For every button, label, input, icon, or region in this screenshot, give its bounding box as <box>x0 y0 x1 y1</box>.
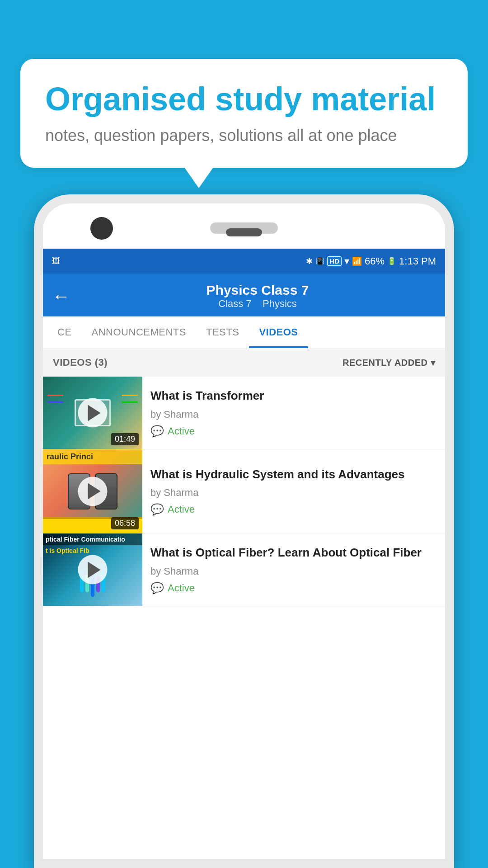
video-status-hydraulic: 💬 Active <box>150 503 437 516</box>
video-title-hydraulic: What is Hydraulic System and its Advanta… <box>150 467 437 482</box>
phone-home-button <box>226 228 262 236</box>
hd-badge: HD <box>327 256 342 266</box>
status-active-transformer: Active <box>168 425 195 437</box>
video-item-transformer[interactable]: 01:49 What is Transformer by Sharma 💬 Ac… <box>43 377 445 449</box>
video-item-optical[interactable]: ptical Fiber Communicatio t is Optical F… <box>43 533 445 606</box>
thumbnail-hydraulic: raulic Princi 06:58 <box>43 449 142 533</box>
video-info-transformer: What is Transformer by Sharma 💬 Active <box>142 377 445 449</box>
sort-dropdown[interactable]: RECENTLY ADDED ▾ <box>343 357 435 368</box>
video-author-transformer: by Sharma <box>150 409 437 420</box>
chat-icon-hydraulic: 💬 <box>150 503 164 516</box>
play-icon <box>88 405 100 421</box>
phone-camera <box>90 217 113 240</box>
tab-announcements[interactable]: ANNOUNCEMENTS <box>82 316 196 348</box>
status-left: 🖼 <box>52 256 60 266</box>
header-title: Physics Class 7 <box>79 283 436 298</box>
play-button-optical[interactable] <box>78 555 108 585</box>
video-author-hydraulic: by Sharma <box>150 487 437 499</box>
video-author-optical: by Sharma <box>150 566 437 577</box>
header-title-block: Physics Class 7 Class 7 Physics <box>79 283 436 310</box>
video-title-transformer: What is Transformer <box>150 388 437 404</box>
phone-inner: 🖼 ✱ 📳 HD ▾ 📶 66% 🔋 1:13 PM ← Physics Cla <box>43 203 445 859</box>
video-status-transformer: 💬 Active <box>150 425 437 438</box>
chat-icon: 💬 <box>150 425 164 438</box>
thumbnail-text-hydraulic: raulic Princi <box>43 449 142 464</box>
tab-ce[interactable]: CE <box>47 316 82 348</box>
video-info-optical: What is Optical Fiber? Learn About Optic… <box>142 533 445 606</box>
wifi-icon: ▾ <box>344 255 349 267</box>
video-status-optical: 💬 Active <box>150 582 437 594</box>
status-active-hydraulic: Active <box>168 504 195 515</box>
speech-bubble-title: Organised study material <box>45 81 443 117</box>
speech-bubble: Organised study material notes, question… <box>20 59 468 168</box>
thumbnail-transformer: 01:49 <box>43 377 142 449</box>
play-button-hydraulic[interactable] <box>78 476 108 506</box>
sort-label-text: RECENTLY ADDED <box>343 358 428 368</box>
video-duration-transformer: 01:49 <box>111 433 139 445</box>
clock: 1:13 PM <box>399 255 436 267</box>
vibrate-icon: 📳 <box>315 257 324 265</box>
app-header: ← Physics Class 7 Class 7 Physics <box>43 274 445 316</box>
play-icon <box>88 561 100 578</box>
battery-percent: 66% <box>365 255 385 267</box>
status-photo-icon: 🖼 <box>52 256 60 266</box>
thumbnail-optical: ptical Fiber Communicatio t is Optical F… <box>43 533 142 606</box>
status-right: ✱ 📳 HD ▾ 📶 66% 🔋 1:13 PM <box>306 255 436 267</box>
tab-bar: CE ANNOUNCEMENTS TESTS VIDEOS <box>43 316 445 349</box>
tab-tests[interactable]: TESTS <box>196 316 249 348</box>
tab-videos[interactable]: VIDEOS <box>249 316 308 348</box>
bluetooth-icon: ✱ <box>306 256 313 266</box>
video-item-hydraulic[interactable]: raulic Princi 06:58 What is <box>43 449 445 533</box>
thumbnail-text-optical-1: ptical Fiber Communicatio <box>43 533 142 545</box>
list-header: VIDEOS (3) RECENTLY ADDED ▾ <box>43 349 445 377</box>
phone-screen: 🖼 ✱ 📳 HD ▾ 📶 66% 🔋 1:13 PM ← Physics Cla <box>43 249 445 859</box>
video-duration-hydraulic: 06:58 <box>111 517 139 529</box>
play-button-transformer[interactable] <box>78 398 108 428</box>
header-subject: Physics <box>263 298 297 309</box>
chat-icon-optical: 💬 <box>150 582 164 594</box>
speech-bubble-subtitle: notes, question papers, solutions all at… <box>45 126 443 145</box>
header-class: Class 7 <box>218 298 251 309</box>
status-active-optical: Active <box>168 582 195 594</box>
play-icon <box>88 483 100 500</box>
video-title-optical: What is Optical Fiber? Learn About Optic… <box>150 545 437 561</box>
signal-icon: 📶 <box>352 256 362 266</box>
status-bar: 🖼 ✱ 📳 HD ▾ 📶 66% 🔋 1:13 PM <box>43 249 445 274</box>
battery-icon: 🔋 <box>387 257 396 265</box>
phone-frame: 🖼 ✱ 📳 HD ▾ 📶 66% 🔋 1:13 PM ← Physics Cla <box>34 194 454 868</box>
video-count: VIDEOS (3) <box>53 357 108 368</box>
chevron-down-icon: ▾ <box>431 357 436 368</box>
video-info-hydraulic: What is Hydraulic System and its Advanta… <box>142 449 445 533</box>
header-subtitle: Class 7 Physics <box>79 298 436 310</box>
back-button[interactable]: ← <box>52 286 70 307</box>
